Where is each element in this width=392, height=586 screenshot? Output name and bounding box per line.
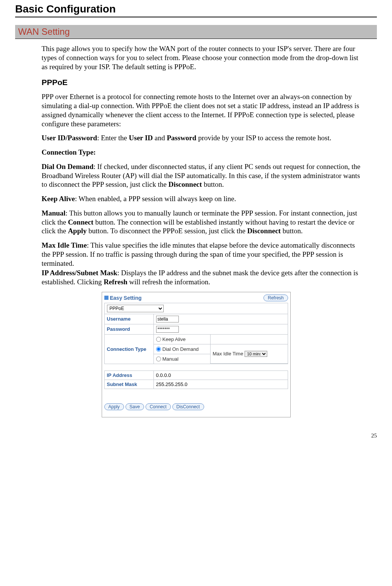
ip-subnet-label: IP Address/Subnet Mask <box>42 269 117 277</box>
subnet-mask-label: Subnet Mask <box>104 380 153 389</box>
disconnect-button[interactable]: DisConnect <box>172 403 204 410</box>
text: : This value specifies the idle minutes … <box>42 241 355 267</box>
radio-manual[interactable] <box>156 357 161 361</box>
dial-on-demand-label: Dial On Demand <box>42 163 93 171</box>
panel-title: Easy Setting <box>104 295 142 301</box>
password-bold: Password <box>167 134 196 142</box>
keep-alive-paragraph: Keep Alive: When enabled, a PPP session … <box>42 194 362 203</box>
userid-password-label: User ID/Password <box>42 134 97 142</box>
page-number: 25 <box>15 433 377 439</box>
text: button. To disconnect the PPPoE session,… <box>87 227 247 235</box>
pppoe-description: PPP over Ethernet is a protocol for conn… <box>42 92 362 128</box>
intro-paragraph: This page allows you to specify how the … <box>42 44 362 71</box>
settings-table: PPPoE Username Password Connection Type <box>104 303 288 389</box>
refresh-button[interactable]: Refresh <box>263 295 288 301</box>
password-label: Password <box>104 324 153 334</box>
text: button. <box>281 227 303 235</box>
easy-setting-panel: Easy Setting Refresh PPPoE Username Pass… <box>102 292 291 417</box>
connection-mode-select[interactable]: PPPoE <box>107 305 164 312</box>
connect-bold: Connect <box>68 218 94 226</box>
subheading-pppoe: PPPoE <box>42 78 377 87</box>
connection-type-cell-label: Connection Type <box>104 334 153 364</box>
subnet-mask-value: 255.255.255.0 <box>153 380 288 389</box>
text: and <box>153 134 167 142</box>
text: : When enabled, a PPP session will alway… <box>75 195 236 203</box>
ip-subnet-paragraph: IP Address/Subnet Mask: Displays the IP … <box>42 268 362 287</box>
max-idle-time-inline-label: Max Idle Time <box>213 351 243 357</box>
radio-keep-alive[interactable] <box>156 337 161 342</box>
max-idle-time-paragraph: Max Idle Time: This value specifies the … <box>42 241 362 268</box>
ip-address-value: 0.0.0.0 <box>153 371 288 380</box>
username-label: Username <box>104 314 153 324</box>
userid-bold: User ID <box>129 134 153 142</box>
save-button[interactable]: Save <box>126 403 144 410</box>
connection-type-label: Connection Type: <box>42 148 96 156</box>
dial-on-demand-paragraph: Dial On Demand: If checked, under discon… <box>42 162 362 189</box>
radio-manual-label: Manual <box>163 356 179 362</box>
username-input[interactable] <box>156 316 179 322</box>
max-idle-time-select[interactable]: 10 mins. <box>245 351 267 357</box>
radio-manual-row[interactable]: Manual <box>156 355 208 363</box>
page-title: Basic Configuration <box>15 0 377 17</box>
text: provide by your ISP to access the remote… <box>196 134 331 142</box>
max-idle-time-label: Max Idle Time <box>42 241 87 249</box>
radio-dial-on-demand-label: Dial On Demand <box>163 346 199 352</box>
radio-keep-alive-row[interactable]: Keep Alive <box>156 336 208 343</box>
apply-bold: Apply <box>68 227 87 235</box>
text: will refresh the information. <box>127 278 210 286</box>
refresh-bold: Refresh <box>104 278 127 286</box>
text: button. <box>202 180 224 188</box>
panel-icon <box>104 296 108 300</box>
text: : Enter the <box>97 134 129 142</box>
radio-keep-alive-label: Keep Alive <box>163 336 186 342</box>
userid-password-paragraph: User ID/Password: Enter the User ID and … <box>42 133 362 143</box>
password-input[interactable] <box>156 326 179 333</box>
apply-button[interactable]: Apply <box>104 403 124 410</box>
panel-title-text: Easy Setting <box>110 295 142 301</box>
section-heading-wan: WAN Setting <box>15 25 377 39</box>
disconnect-bold: Disconnect <box>168 180 202 188</box>
radio-dial-on-demand-row[interactable]: Dial On Demand <box>156 346 208 353</box>
manual-label: Manual <box>42 209 65 217</box>
connect-button[interactable]: Connect <box>146 403 171 410</box>
manual-paragraph: Manual: This button allows you to manual… <box>42 209 362 236</box>
radio-dial-on-demand[interactable] <box>156 347 161 352</box>
disconnect-bold-2: Disconnect <box>247 227 281 235</box>
connection-type-heading: Connection Type: <box>42 148 362 157</box>
keep-alive-label: Keep Alive <box>42 195 75 203</box>
ip-address-label: IP Address <box>104 371 153 380</box>
